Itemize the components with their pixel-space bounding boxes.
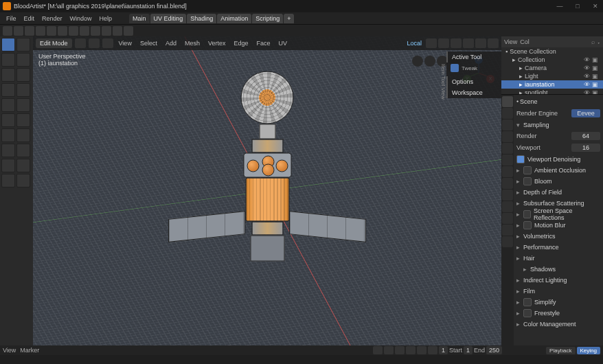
bevel-tool-icon[interactable] bbox=[1, 128, 15, 142]
tool-icon[interactable] bbox=[124, 26, 133, 36]
annotate-tool-icon[interactable] bbox=[16, 83, 30, 97]
vp-menu-mesh[interactable]: Mesh bbox=[182, 38, 203, 48]
props-section[interactable]: ▸Hair bbox=[516, 253, 600, 263]
vp-menu-select[interactable]: Select bbox=[137, 38, 160, 48]
minimize-button[interactable]: — bbox=[555, 3, 565, 10]
frame-end[interactable]: 250 bbox=[486, 346, 502, 354]
texture-tab-icon[interactable] bbox=[502, 236, 513, 247]
timeline-track[interactable] bbox=[0, 355, 603, 364]
orientation-local[interactable]: Local bbox=[404, 38, 424, 48]
menu-window[interactable]: Window bbox=[67, 14, 95, 23]
constraint-tab-icon[interactable] bbox=[502, 201, 513, 212]
outliner-col[interactable]: Col bbox=[520, 38, 530, 45]
tool-icon[interactable] bbox=[3, 26, 12, 36]
panel-active-tool[interactable]: Active Tool bbox=[446, 52, 501, 62]
vp-menu-edge[interactable]: Edge bbox=[231, 38, 251, 48]
close-button[interactable]: ✕ bbox=[591, 3, 600, 10]
tool-icon[interactable] bbox=[25, 26, 34, 36]
shading-rendered-icon[interactable] bbox=[488, 38, 499, 48]
modifier-tab-icon[interactable] bbox=[502, 166, 513, 177]
viewport-denoise-check[interactable] bbox=[516, 155, 525, 163]
pan-icon[interactable] bbox=[424, 56, 435, 67]
render-engine-value[interactable]: Eevee bbox=[571, 109, 600, 117]
zoom-icon[interactable] bbox=[412, 56, 423, 67]
move-tool-icon[interactable] bbox=[16, 53, 30, 67]
tool-icon[interactable] bbox=[47, 26, 56, 36]
playback-button[interactable]: Playback bbox=[546, 347, 575, 354]
loopcut-tool-icon[interactable] bbox=[16, 128, 30, 142]
spin-tool-icon[interactable] bbox=[1, 159, 15, 172]
physics-tab-icon[interactable] bbox=[502, 190, 513, 201]
face-select-icon[interactable] bbox=[102, 38, 113, 48]
workspace-script[interactable]: Scripting bbox=[252, 14, 283, 23]
viewlayer-tab-icon[interactable] bbox=[502, 120, 513, 130]
prev-key-icon[interactable] bbox=[384, 346, 394, 354]
extrude-tool-icon[interactable] bbox=[1, 113, 15, 127]
snap-icon[interactable] bbox=[426, 38, 437, 48]
keying-button[interactable]: Keying bbox=[577, 347, 600, 354]
add-cube-icon[interactable] bbox=[16, 98, 30, 112]
play-rev-icon[interactable] bbox=[395, 346, 405, 354]
props-section[interactable]: ▸Film bbox=[516, 286, 600, 296]
shading-solid-icon[interactable] bbox=[463, 38, 474, 48]
model-spacecraft[interactable] bbox=[241, 71, 294, 262]
props-section[interactable]: ▸Indirect Lighting bbox=[516, 275, 600, 285]
maximize-button[interactable]: □ bbox=[573, 3, 582, 10]
rotate-tool-icon[interactable] bbox=[1, 68, 15, 82]
panel-workspace[interactable]: Workspace bbox=[446, 87, 501, 98]
scene-tab-icon[interactable] bbox=[502, 131, 513, 142]
render-samples-value[interactable]: 64 bbox=[571, 132, 600, 140]
menu-render[interactable]: Render bbox=[38, 14, 66, 23]
tool-icon[interactable] bbox=[102, 26, 111, 36]
frame-start[interactable]: 1 bbox=[464, 346, 473, 354]
proportional-icon[interactable] bbox=[438, 38, 449, 48]
output-tab-icon[interactable] bbox=[502, 108, 513, 119]
mesh-tab-icon[interactable] bbox=[502, 213, 513, 224]
sampling-header[interactable]: Sampling bbox=[523, 122, 549, 128]
outliner-item[interactable]: ▸Camera👁▣ bbox=[501, 64, 603, 72]
shading-wire-icon[interactable] bbox=[451, 38, 462, 48]
props-section[interactable]: ▸Color Management bbox=[516, 319, 600, 329]
render-tab-icon[interactable] bbox=[502, 96, 513, 107]
props-section[interactable]: ▸Screen Space Reflections bbox=[516, 209, 600, 219]
tool-icon[interactable] bbox=[113, 26, 122, 36]
menu-edit[interactable]: Edit bbox=[21, 14, 38, 23]
select-box-icon[interactable] bbox=[16, 38, 30, 52]
workspace-shading[interactable]: Shading bbox=[187, 14, 216, 23]
vp-menu-vertex[interactable]: Vertex bbox=[205, 38, 229, 48]
measure-tool-icon[interactable] bbox=[1, 98, 15, 112]
tool-icon[interactable] bbox=[69, 26, 78, 36]
section-checkbox[interactable] bbox=[523, 210, 531, 218]
jump-end-icon[interactable] bbox=[428, 346, 437, 354]
section-checkbox[interactable] bbox=[523, 166, 532, 174]
tweak-tool-icon[interactable] bbox=[1, 38, 15, 52]
smooth-tool-icon[interactable] bbox=[16, 159, 30, 172]
material-tab-icon[interactable] bbox=[502, 225, 513, 236]
world-tab-icon[interactable] bbox=[502, 143, 513, 154]
edge-select-icon[interactable] bbox=[89, 38, 100, 48]
props-section[interactable]: ▸Performance bbox=[516, 242, 600, 252]
tool-icon[interactable] bbox=[36, 26, 45, 36]
outliner-view[interactable]: View bbox=[504, 38, 517, 45]
play-icon[interactable] bbox=[406, 346, 416, 354]
outliner-item[interactable]: ▸Collection👁▣ bbox=[501, 56, 603, 64]
jump-start-icon[interactable] bbox=[373, 346, 383, 354]
vp-menu-uv[interactable]: UV bbox=[276, 38, 291, 48]
tool-icon[interactable] bbox=[80, 26, 89, 36]
workspace-uv[interactable]: UV Editing bbox=[150, 14, 187, 23]
shrink-tool-icon[interactable] bbox=[16, 174, 30, 187]
outliner-item[interactable]: ▸iaunstation👁▣ bbox=[501, 80, 603, 89]
section-checkbox[interactable] bbox=[523, 298, 532, 306]
scale-tool-icon[interactable] bbox=[16, 68, 30, 82]
viewport-samples-value[interactable]: 16 bbox=[571, 144, 600, 152]
transform-tool-icon[interactable] bbox=[1, 83, 15, 97]
menu-help[interactable]: Help bbox=[96, 14, 116, 23]
section-checkbox[interactable] bbox=[523, 221, 532, 229]
shading-matprev-icon[interactable] bbox=[475, 38, 486, 48]
outliner-item[interactable]: ▸spotlight👁▣ bbox=[501, 89, 603, 95]
slide-tool-icon[interactable] bbox=[1, 174, 15, 187]
cursor-tool-icon[interactable] bbox=[1, 53, 15, 67]
outliner-item[interactable]: ▸Light👁▣ bbox=[501, 72, 603, 80]
mode-selector[interactable]: Edit Mode bbox=[36, 38, 72, 48]
timeline-marker[interactable]: Marker bbox=[20, 347, 39, 354]
